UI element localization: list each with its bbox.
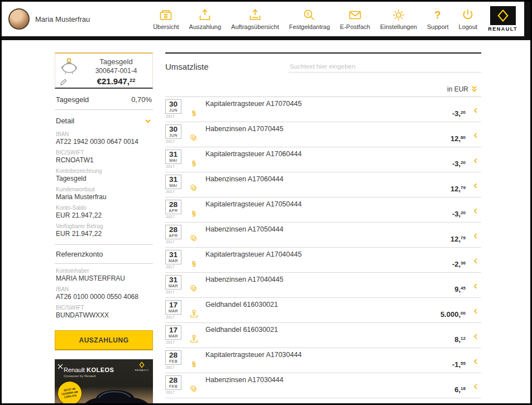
nav-item-festgeldantrag[interactable]: € Festgeldantrag bbox=[284, 8, 335, 30]
nav-item-einstellungen[interactable]: Einstellungen bbox=[375, 8, 422, 30]
detail-section-toggle[interactable]: Detail bbox=[55, 110, 153, 127]
date-month: APR bbox=[166, 209, 181, 213]
svg-text:€: € bbox=[307, 11, 310, 17]
date-box: 30 JUN bbox=[165, 99, 181, 114]
date-month: JUN bbox=[166, 133, 181, 137]
field-label: Verfügbarer Betrag bbox=[56, 223, 152, 229]
transaction-body: Geldhandel 616030021 5.000,00 bbox=[201, 300, 473, 322]
payout-button[interactable]: AUSZAHLUNG bbox=[55, 330, 153, 350]
transaction-body: Kapitalertragsteuer A17070445 -3,20 bbox=[201, 99, 473, 122]
transaction-description: Geldhandel 616030021 bbox=[205, 301, 466, 308]
user-name: Maria Musterfrau bbox=[35, 15, 90, 23]
transaction-row[interactable]: 31 MAI 2017 § Kapitalertragsteuer A17060… bbox=[165, 147, 481, 172]
nav-item-label: Einstellungen bbox=[380, 23, 417, 30]
nav-item-logout[interactable]: Logout bbox=[454, 8, 483, 30]
transaction-row[interactable]: 31 MAI 2017 € Habenzinsen A17060444 12,7… bbox=[165, 172, 481, 197]
chevron-left-icon[interactable] bbox=[473, 225, 481, 247]
account-number: 300647-001-4 bbox=[83, 67, 149, 75]
rate-value: 0,70% bbox=[131, 95, 152, 104]
nav-item-label: Auftragsübersicht bbox=[231, 23, 279, 30]
nav-item-label: Auszahlung bbox=[189, 23, 222, 30]
date-year: 2017 bbox=[165, 114, 186, 118]
nav-item-auszahlung[interactable]: Auszahlung bbox=[184, 8, 227, 30]
info-field: Kundenwortlaut Maria Musterfrau bbox=[56, 186, 152, 201]
svg-text:€: € bbox=[192, 236, 194, 239]
chevron-down-icon bbox=[144, 117, 152, 125]
overview-icon bbox=[159, 8, 173, 22]
transaction-row[interactable]: 28 APR 2017 § Kapitalertragsteuer A17050… bbox=[165, 197, 481, 223]
nav-item-e-postfach[interactable]: E-Postfach bbox=[335, 8, 375, 30]
date-month: MAI bbox=[166, 158, 181, 162]
svg-text:?: ? bbox=[434, 9, 441, 21]
date-day: 28 bbox=[166, 377, 181, 384]
ad-banner[interactable]: Renault KOLEOS Crossover by Renault RENA… bbox=[55, 359, 153, 405]
account-type: Tagesgeld bbox=[83, 57, 149, 66]
transaction-row[interactable]: 31 MÄR 2017 § Kapitalertragsteuer A17040… bbox=[165, 248, 481, 273]
field-label: Kontobezeichnung bbox=[56, 168, 152, 174]
transaction-row[interactable]: 28 APR 2017 € Habenzinsen A17050444 12,7… bbox=[165, 223, 481, 248]
search-input[interactable] bbox=[289, 61, 481, 73]
nav-item-support[interactable]: ? Support bbox=[422, 8, 454, 30]
date-box: 28 FEB bbox=[165, 350, 181, 365]
transaction-row[interactable]: 31 MÄR 2017 € Habenzinsen A17040445 9,45 bbox=[165, 273, 481, 298]
transaction-date: 30 JUN 2017 bbox=[165, 99, 186, 122]
transaction-row[interactable]: 17 MÄR 2017 Geldhandel 616030021 5.000,0… bbox=[165, 298, 481, 323]
date-box: 28 APR bbox=[165, 200, 181, 214]
nav-item-uebersicht[interactable]: Übersicht bbox=[148, 8, 184, 30]
transaction-body: Habenzinsen A17040445 9,45 bbox=[201, 275, 473, 297]
field-value: BUNDATWWXXX bbox=[56, 311, 152, 319]
chevron-left-icon[interactable] bbox=[473, 350, 481, 373]
transaction-row[interactable]: 17 MÄR 2017 Geldhandel 616030021 8,12 bbox=[165, 323, 481, 348]
transaction-amount: 5.000,00 bbox=[440, 310, 466, 319]
rate-label: Tagesgeld bbox=[56, 95, 89, 104]
chevron-left-icon[interactable] bbox=[473, 150, 481, 172]
close-icon[interactable] bbox=[57, 361, 63, 367]
transaction-row[interactable]: 28 FEB 2017 € Habenzinsen A17030444 6,18 bbox=[165, 373, 481, 398]
date-day: 31 bbox=[166, 151, 181, 158]
chevron-left-icon[interactable] bbox=[473, 250, 481, 272]
date-year: 2017 bbox=[165, 215, 186, 219]
transaction-amount: 12,79 bbox=[450, 185, 466, 193]
transaction-body: Habenzinsen A17060444 12,79 bbox=[201, 175, 473, 197]
date-day: 30 bbox=[166, 126, 181, 133]
info-field: Kontoinhaber MARIA MUSTERFRAU bbox=[56, 268, 152, 282]
chevron-left-icon[interactable] bbox=[473, 300, 481, 322]
field-label: IBAN bbox=[56, 286, 152, 292]
date-day: 17 bbox=[166, 301, 181, 309]
chevron-left-icon[interactable] bbox=[473, 175, 481, 197]
interest-coins-icon: € bbox=[186, 275, 201, 297]
mail-icon bbox=[348, 8, 362, 22]
svg-text:€: € bbox=[192, 286, 194, 290]
info-field: Verfügbarer Betrag EUR 21.947,22 bbox=[56, 223, 152, 238]
paragraph-icon: § bbox=[186, 200, 201, 222]
chevron-left-icon[interactable] bbox=[473, 99, 481, 122]
field-value: MARIA MUSTERFRAU bbox=[56, 274, 152, 282]
field-label: Kontoinhaber bbox=[56, 268, 152, 274]
chevron-left-icon[interactable] bbox=[473, 275, 481, 297]
user-avatar[interactable] bbox=[8, 8, 30, 30]
transaction-row[interactable]: 30 JUN 2017 € Habenzinsen A17070445 12,8… bbox=[165, 122, 481, 147]
transaction-body: Kapitalertragsteuer A17050444 -3,20 bbox=[201, 200, 473, 222]
power-icon bbox=[461, 8, 475, 22]
chevron-left-icon[interactable] bbox=[473, 124, 481, 147]
date-box: 28 APR bbox=[165, 225, 181, 239]
info-field: Konto-Saldo EUR 21.947,22 bbox=[56, 205, 152, 219]
chevron-left-icon[interactable] bbox=[473, 375, 481, 398]
nav-item-auftragsuebersicht[interactable]: Auftragsübersicht bbox=[226, 8, 284, 30]
date-year: 2017 bbox=[165, 190, 186, 194]
sidebar: Tagesgeld 300647-001-4 €21.947,22 Tagesg… bbox=[55, 52, 153, 405]
edit-pencil-icon[interactable] bbox=[60, 78, 67, 85]
account-card[interactable]: Tagesgeld 300647-001-4 €21.947,22 bbox=[55, 52, 153, 89]
interest-coins-icon: € bbox=[186, 375, 201, 398]
info-field: BIC/SWIFT RCNOATW1 bbox=[56, 150, 152, 164]
date-year: 2017 bbox=[165, 265, 186, 269]
date-month: APR bbox=[166, 234, 181, 238]
field-value: AT22 1942 0030 0647 0014 bbox=[56, 138, 152, 146]
transaction-row[interactable]: 28 FEB 2017 § Kapitalertragsteuer A17030… bbox=[165, 348, 481, 373]
currency-sort-control[interactable]: in EUR bbox=[165, 78, 481, 97]
transaction-row[interactable]: 30 JUN 2017 § Kapitalertragsteuer A17070… bbox=[165, 97, 481, 122]
field-value: EUR 21.947,22 bbox=[56, 211, 152, 219]
chevron-left-icon[interactable] bbox=[473, 200, 481, 222]
chevron-left-icon[interactable] bbox=[473, 325, 481, 348]
paragraph-icon: § bbox=[186, 150, 201, 172]
